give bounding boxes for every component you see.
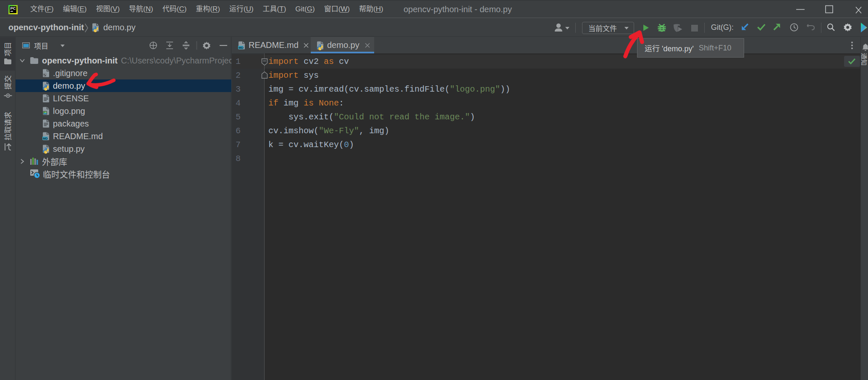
svg-text:PC: PC [10, 6, 16, 11]
